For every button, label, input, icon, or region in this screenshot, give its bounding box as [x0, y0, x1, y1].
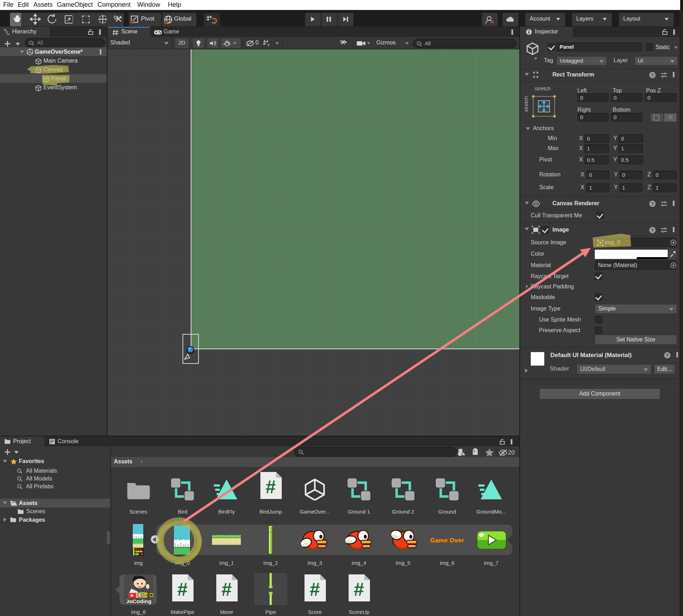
svg-text:Y: Y: [267, 43, 270, 47]
svg-text:JoCoding: JoCoding: [126, 598, 151, 604]
